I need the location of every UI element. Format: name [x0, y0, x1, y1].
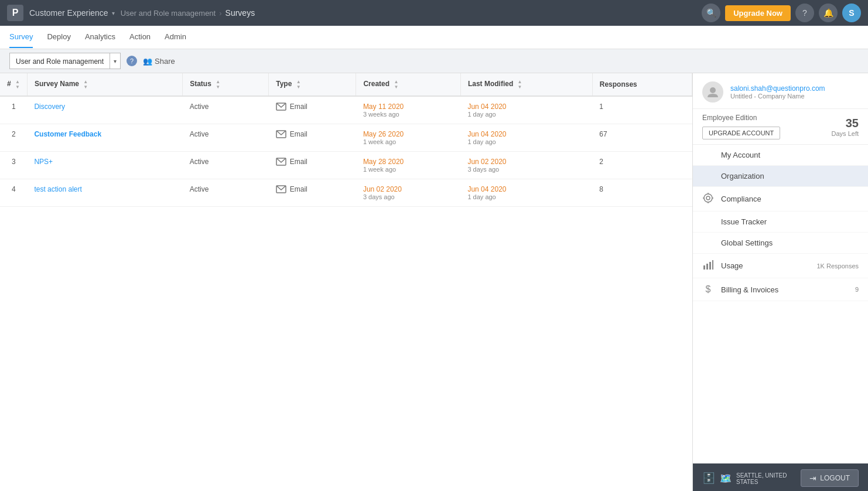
map-icon: 🗺️: [720, 473, 732, 484]
row-num: 2: [0, 124, 27, 152]
panel-edition-col: Employee Edition UPGRADE ACCOUNT: [702, 114, 780, 139]
surveys-table: # ▲▼ Survey Name ▲▼ Status ▲▼ Type ▲▼ Cr…: [0, 73, 692, 207]
row-type: Email: [269, 152, 356, 179]
share-button[interactable]: 👥 Share: [143, 57, 175, 66]
row-created: May 28 2020 1 week ago: [356, 152, 461, 179]
menu-item-label: My Account: [721, 151, 760, 159]
type-label: Email: [290, 185, 307, 193]
role-dropdown-arrow[interactable]: ▾: [110, 53, 121, 69]
svg-rect-12: [706, 264, 708, 270]
toolbar: User and Role management ▾ ? 👥 Share: [0, 49, 868, 73]
billing-icon: $: [702, 284, 714, 295]
row-created: May 26 2020 1 week ago: [356, 124, 461, 152]
svg-point-5: [704, 194, 712, 202]
logout-icon: ⇥: [809, 473, 816, 483]
nav-item-analytics[interactable]: Analytics: [85, 26, 115, 48]
survey-name-link[interactable]: test action alert: [34, 185, 81, 193]
secondary-navigation: Survey Deploy Analytics Action Admin: [0, 26, 868, 49]
email-type-icon: [276, 130, 286, 138]
breadcrumb-current: Surveys: [225, 8, 255, 18]
logout-button[interactable]: ⇥ LOGOUT: [801, 469, 859, 487]
app-name-label: Customer Experience: [29, 8, 108, 18]
role-management-dropdown[interactable]: User and Role management ▾: [9, 53, 121, 69]
help-button[interactable]: ?: [795, 4, 814, 22]
breadcrumb-parent[interactable]: User and Role management: [121, 9, 216, 18]
logout-label: LOGOUT: [820, 474, 850, 482]
created-date: May 26 2020: [363, 130, 454, 138]
row-created: Jun 02 2020 3 days ago: [356, 179, 461, 207]
menu-badge: 1K Responses: [816, 262, 859, 270]
panel-footer: 🗄️ 🗺️ SEATTLE, UNITED STATES ⇥ LOGOUT: [693, 463, 868, 491]
panel-days-col: 35 Days Left: [832, 117, 859, 137]
th-type: Type ▲▼: [269, 73, 356, 96]
panel-menu: My Account Organization Compliance Issue…: [693, 145, 868, 463]
compliance-icon: [702, 193, 714, 205]
top-nav-actions: 🔍 Upgrade Now ? 🔔 S: [702, 4, 861, 22]
share-icon: 👥: [143, 57, 152, 66]
row-responses: 1: [592, 96, 692, 124]
panel-email: saloni.shah@questionpro.com: [730, 84, 859, 93]
panel-menu-item-usage[interactable]: Usage 1K Responses: [693, 254, 868, 278]
row-created: May 11 2020 3 weeks ago: [356, 96, 461, 124]
row-responses: 2: [592, 152, 692, 179]
created-ago: 1 week ago: [363, 166, 454, 173]
upgrade-account-button[interactable]: UPGRADE ACCOUNT: [702, 127, 780, 139]
row-last-modified: Jun 04 2020 1 day ago: [460, 179, 592, 207]
menu-item-label: Usage: [721, 261, 743, 270]
menu-item-label: Organization: [721, 172, 764, 180]
surveys-table-area: # ▲▼ Survey Name ▲▼ Status ▲▼ Type ▲▼ Cr…: [0, 73, 692, 491]
svg-rect-11: [703, 265, 705, 270]
row-type: Email: [269, 96, 356, 124]
table-row: 4 test action alert Active Email Jun 02 …: [0, 179, 692, 207]
user-avatar-button[interactable]: S: [842, 4, 861, 22]
upgrade-now-button[interactable]: Upgrade Now: [725, 5, 791, 21]
notifications-button[interactable]: 🔔: [819, 4, 838, 22]
modified-ago: 3 days ago: [467, 166, 585, 173]
th-responses: Responses: [592, 73, 692, 96]
row-responses: 67: [592, 124, 692, 152]
nav-item-deploy[interactable]: Deploy: [47, 26, 70, 48]
email-type-icon: [276, 185, 286, 193]
row-status: Active: [183, 152, 269, 179]
panel-menu-item-compliance[interactable]: Compliance: [693, 187, 868, 212]
survey-name-link[interactable]: Customer Feedback: [34, 130, 101, 138]
modified-ago: 1 day ago: [467, 111, 585, 118]
database-icon: 🗄️: [702, 472, 715, 485]
email-type-icon: [276, 158, 286, 166]
panel-days-num: 35: [832, 117, 859, 130]
search-button[interactable]: 🔍: [702, 4, 720, 22]
created-ago: 1 week ago: [363, 138, 454, 145]
app-logo: P: [7, 5, 23, 21]
nav-item-admin[interactable]: Admin: [165, 26, 186, 48]
created-ago: 3 weeks ago: [363, 111, 454, 118]
table-header-row: # ▲▼ Survey Name ▲▼ Status ▲▼ Type ▲▼ Cr…: [0, 73, 692, 96]
menu-item-label: Global Settings: [721, 238, 773, 247]
nav-item-action[interactable]: Action: [129, 26, 151, 48]
svg-rect-13: [709, 262, 711, 270]
modified-ago: 1 day ago: [467, 193, 585, 200]
row-survey-name: NPS+: [27, 152, 182, 179]
main-layout: # ▲▼ Survey Name ▲▼ Status ▲▼ Type ▲▼ Cr…: [0, 73, 868, 491]
panel-days-label: Days Left: [832, 130, 859, 137]
panel-menu-item-billing--invoices[interactable]: $ Billing & Invoices 9: [693, 278, 868, 301]
modified-date: Jun 04 2020: [467, 185, 585, 193]
panel-menu-item-organization[interactable]: Organization: [693, 166, 868, 187]
row-responses: 8: [592, 179, 692, 207]
svg-point-4: [710, 87, 716, 93]
panel-menu-item-my-account[interactable]: My Account: [693, 145, 868, 166]
breadcrumb: User and Role management › Surveys: [121, 8, 255, 18]
toolbar-help-icon[interactable]: ?: [127, 56, 137, 66]
created-date: May 11 2020: [363, 103, 454, 111]
created-date: May 28 2020: [363, 158, 454, 166]
panel-edition-label: Employee Edition: [702, 114, 780, 122]
survey-name-link[interactable]: Discovery: [34, 103, 65, 111]
row-status: Active: [183, 179, 269, 207]
nav-item-survey[interactable]: Survey: [9, 26, 33, 48]
panel-menu-item-issue-tracker[interactable]: Issue Tracker: [693, 212, 868, 233]
panel-edition-row: Employee Edition UPGRADE ACCOUNT 35 Days…: [693, 109, 868, 145]
panel-menu-item-global-settings[interactable]: Global Settings: [693, 233, 868, 254]
th-created: Created ▲▼: [356, 73, 461, 96]
survey-name-link[interactable]: NPS+: [34, 158, 53, 166]
email-type-icon: [276, 103, 286, 111]
created-ago: 3 days ago: [363, 193, 454, 200]
